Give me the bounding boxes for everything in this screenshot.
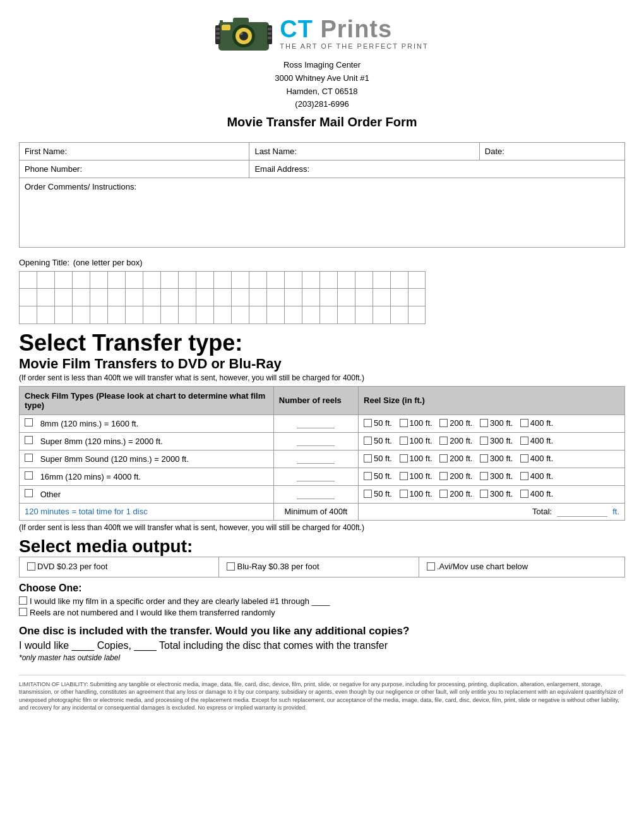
letter-box[interactable] [178, 306, 196, 324]
size-200-other[interactable]: 200 ft. [439, 489, 472, 499]
film-checkbox-super8-sound[interactable] [25, 454, 33, 462]
checkbox-icon[interactable] [520, 419, 528, 427]
letter-box[interactable] [231, 306, 249, 324]
checkbox-icon[interactable] [427, 562, 435, 571]
size-100-other[interactable]: 100 ft. [400, 489, 432, 499]
letter-box[interactable] [373, 289, 390, 306]
reels-input-super8-sound[interactable] [297, 454, 335, 464]
size-50-other[interactable]: 50 ft. [364, 489, 392, 499]
letter-box[interactable] [302, 271, 319, 289]
letter-box[interactable] [373, 271, 390, 289]
checkbox-icon[interactable] [400, 454, 408, 462]
dvd-option[interactable]: DVD $0.23 per foot [27, 562, 107, 571]
reels-input-16mm[interactable] [297, 471, 335, 481]
size-400-super8[interactable]: 400 ft. [520, 436, 553, 445]
size-200-16mm[interactable]: 200 ft. [439, 471, 472, 481]
letter-box[interactable] [390, 271, 408, 289]
size-300-8mm[interactable]: 300 ft. [480, 418, 513, 428]
letter-box[interactable] [319, 306, 337, 324]
size-100-super8s[interactable]: 100 ft. [400, 454, 432, 463]
letter-box[interactable] [54, 271, 72, 289]
letter-box[interactable] [125, 271, 143, 289]
letter-box[interactable] [390, 306, 408, 324]
letter-box[interactable] [54, 289, 72, 306]
size-200-super8[interactable]: 200 ft. [439, 436, 472, 445]
letter-box[interactable] [213, 306, 231, 324]
checkbox-icon[interactable] [520, 472, 528, 480]
checkbox-icon[interactable] [19, 608, 27, 616]
letter-box[interactable] [213, 271, 231, 289]
checkbox-icon[interactable] [480, 437, 488, 445]
letter-box[interactable] [72, 271, 90, 289]
letter-box[interactable] [337, 306, 355, 324]
checkbox-icon[interactable] [25, 471, 33, 480]
letter-box[interactable] [302, 289, 319, 306]
size-300-super8s[interactable]: 300 ft. [480, 454, 513, 463]
letter-box[interactable] [19, 289, 37, 306]
checkbox-icon[interactable] [25, 489, 33, 497]
letter-box[interactable] [37, 271, 54, 289]
letter-box[interactable] [37, 306, 54, 324]
checkbox-icon[interactable] [520, 490, 528, 498]
size-50-8mm[interactable]: 50 ft. [364, 418, 392, 428]
film-checkbox-16mm[interactable] [25, 471, 33, 480]
letter-box[interactable] [37, 289, 54, 306]
size-400-8mm[interactable]: 400 ft. [520, 418, 553, 428]
reels-input-super8[interactable] [297, 436, 335, 446]
size-200-8mm[interactable]: 200 ft. [439, 418, 472, 428]
letter-box[interactable] [355, 271, 373, 289]
size-100-super8[interactable]: 100 ft. [400, 436, 432, 445]
avimov-option[interactable]: .Avi/Mov use chart below [427, 562, 528, 571]
letter-box[interactable] [54, 306, 72, 324]
letter-box[interactable] [355, 289, 373, 306]
size-100-16mm[interactable]: 100 ft. [400, 471, 432, 481]
letter-box[interactable] [72, 289, 90, 306]
checkbox-icon[interactable] [520, 437, 528, 445]
size-100-8mm[interactable]: 100 ft. [400, 418, 432, 428]
letter-box[interactable] [160, 271, 178, 289]
checkbox-icon[interactable] [364, 472, 372, 480]
checkbox-icon[interactable] [439, 437, 448, 445]
letter-box[interactable] [90, 289, 107, 306]
checkbox-icon[interactable] [480, 454, 488, 462]
reels-input-8mm[interactable] [297, 418, 335, 428]
letter-box[interactable] [284, 289, 302, 306]
size-300-other[interactable]: 300 ft. [480, 489, 513, 499]
letter-box[interactable] [19, 306, 37, 324]
letter-box[interactable] [249, 271, 266, 289]
checkbox-icon[interactable] [400, 419, 408, 427]
letter-box[interactable] [125, 306, 143, 324]
total-input[interactable] [557, 507, 607, 517]
letter-box[interactable] [284, 271, 302, 289]
checkbox-icon[interactable] [25, 418, 33, 426]
letter-box[interactable] [408, 306, 426, 324]
letter-box[interactable] [160, 306, 178, 324]
film-checkbox-super8[interactable] [25, 436, 33, 444]
checkbox-icon[interactable] [439, 490, 448, 498]
letter-box[interactable] [125, 289, 143, 306]
letter-box[interactable] [90, 306, 107, 324]
letter-box[interactable] [196, 306, 213, 324]
letter-box[interactable] [266, 289, 284, 306]
checkbox-icon[interactable] [227, 562, 235, 571]
checkbox-icon[interactable] [25, 436, 33, 444]
checkbox-icon[interactable] [364, 437, 372, 445]
checkbox-icon[interactable] [400, 490, 408, 498]
letter-box[interactable] [196, 271, 213, 289]
letter-box[interactable] [107, 289, 125, 306]
letter-box[interactable] [107, 306, 125, 324]
size-400-super8s[interactable]: 400 ft. [520, 454, 553, 463]
bluray-option[interactable]: Blu-Ray $0.38 per foot [227, 562, 319, 571]
checkbox-icon[interactable] [400, 472, 408, 480]
checkbox-icon[interactable] [439, 419, 448, 427]
checkbox-icon[interactable] [27, 562, 35, 571]
checkbox-icon[interactable] [364, 419, 372, 427]
size-200-super8s[interactable]: 200 ft. [439, 454, 472, 463]
size-50-16mm[interactable]: 50 ft. [364, 471, 392, 481]
film-reels-other[interactable] [273, 485, 358, 503]
checkbox-icon[interactable] [25, 454, 33, 462]
letter-box[interactable] [249, 306, 266, 324]
checkbox-icon[interactable] [480, 490, 488, 498]
letter-box[interactable] [178, 289, 196, 306]
film-checkbox-8mm[interactable] [25, 418, 33, 426]
